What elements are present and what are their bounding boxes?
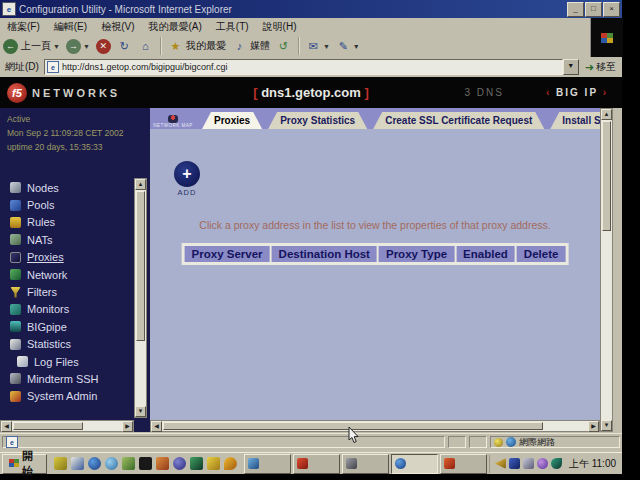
scroll-up-icon[interactable]: ▲: [135, 179, 146, 190]
menu-file[interactable]: 檔案(F): [7, 20, 40, 34]
tray-icon[interactable]: [537, 458, 548, 469]
taskbar-window-button[interactable]: [440, 454, 487, 474]
home-icon: ⌂: [138, 39, 153, 54]
history-button[interactable]: ↺: [276, 39, 291, 54]
log-files-icon: [17, 356, 28, 367]
tray-icon[interactable]: [509, 458, 520, 469]
address-input[interactable]: e http://dns1.getop.com/bigipgui/bigconf…: [44, 59, 563, 75]
address-bar: 網址(D) e http://dns1.getop.com/bigipgui/b…: [0, 57, 622, 78]
address-dropdown-icon[interactable]: ▼: [563, 59, 579, 75]
tab-proxy-statistics[interactable]: Proxy Statistics: [268, 112, 367, 129]
screenshot-root: e Configuration Utility - Microsoft Inte…: [0, 0, 640, 480]
quicklaunch-icon[interactable]: [224, 457, 237, 470]
sidebar-item-log-files[interactable]: Log Files: [17, 353, 99, 370]
forward-button[interactable]: → ▼: [66, 39, 90, 54]
desktop: e Configuration Utility - Microsoft Inte…: [0, 0, 622, 474]
scroll-thumb[interactable]: [602, 121, 611, 231]
menu-edit[interactable]: 編輯(E): [54, 20, 87, 34]
sidebar-item-rules[interactable]: Rules: [10, 214, 99, 231]
forward-dropdown-icon[interactable]: ▼: [83, 43, 90, 50]
sidebar-item-statistics[interactable]: Statistics: [10, 336, 99, 353]
sidebar-item-bigpipe[interactable]: BIGpipe: [10, 318, 99, 335]
sidebar-item-monitors[interactable]: Monitors: [10, 301, 99, 318]
sidebar-item-mindterm-ssh[interactable]: Mindterm SSH: [10, 370, 99, 387]
edit-dropdown-icon[interactable]: ▼: [353, 43, 360, 50]
menu-view[interactable]: 檢視(V): [101, 20, 134, 34]
scroll-thumb[interactable]: [136, 191, 145, 341]
history-icon: ↺: [276, 39, 291, 54]
pools-icon: [10, 200, 21, 211]
add-proxy-button[interactable]: +: [174, 161, 200, 187]
sidebar: Active Mon Sep 2 11:09:28 CET 2002 uptim…: [0, 108, 150, 432]
content-horizontal-scrollbar[interactable]: ◀ ▶: [150, 420, 600, 432]
quicklaunch-icon[interactable]: [71, 457, 84, 470]
quicklaunch-icon[interactable]: [105, 457, 118, 470]
stop-button[interactable]: ✕: [96, 39, 111, 54]
mail-button[interactable]: ✉ ▼: [306, 39, 330, 54]
link-bigip[interactable]: ‹ BIG IP ›: [546, 87, 608, 98]
home-button[interactable]: ⌂: [138, 39, 153, 54]
start-button[interactable]: 開始: [2, 454, 47, 474]
col-proxy-server: Proxy Server: [185, 246, 270, 262]
status-panel: [469, 436, 487, 448]
taskbar-window-button[interactable]: [244, 454, 291, 474]
back-dropdown-icon[interactable]: ▼: [53, 43, 60, 50]
edit-button[interactable]: ✎ ▼: [336, 39, 360, 54]
taskbar-window-button[interactable]: [342, 454, 389, 474]
stop-icon: ✕: [96, 39, 111, 54]
sidebar-vertical-scrollbar[interactable]: ▲ ▼: [134, 178, 147, 418]
tab-install-ssl-certificate[interactable]: Install SSL Certif: [550, 112, 600, 129]
tray-icon[interactable]: [495, 458, 506, 469]
tab-proxies[interactable]: Proxies: [202, 112, 262, 129]
refresh-icon: ↻: [117, 39, 132, 54]
tab-create-ssl-certificate-request[interactable]: Create SSL Certificate Request: [373, 112, 544, 129]
close-button[interactable]: ×: [603, 2, 620, 17]
scroll-left-icon[interactable]: ◀: [1, 421, 12, 432]
sidebar-item-filters[interactable]: Filters: [10, 283, 99, 300]
sidebar-item-system-admin[interactable]: System Admin: [10, 388, 99, 405]
minimize-button[interactable]: _: [567, 2, 584, 17]
media-button[interactable]: ♪ 媒體: [232, 39, 270, 54]
menu-tools[interactable]: 工具(T): [216, 20, 249, 34]
quicklaunch-icon[interactable]: [156, 457, 169, 470]
network-map-icon: [168, 115, 178, 123]
scroll-down-icon[interactable]: ▼: [135, 406, 146, 417]
quicklaunch-icon[interactable]: [207, 457, 220, 470]
scroll-up-icon[interactable]: ▲: [601, 109, 612, 120]
tray-icon[interactable]: [523, 458, 534, 469]
mail-dropdown-icon[interactable]: ▼: [323, 43, 330, 50]
quicklaunch-icon[interactable]: [88, 457, 101, 470]
scroll-right-icon[interactable]: ▶: [588, 421, 599, 432]
content-vertical-scrollbar[interactable]: ▲ ▼: [600, 108, 613, 432]
maximize-button[interactable]: □: [585, 2, 602, 17]
menu-favorites[interactable]: 我的最愛(A): [148, 20, 201, 34]
ie-window-icon: e: [2, 2, 16, 16]
scroll-left-icon[interactable]: ◀: [151, 421, 162, 432]
sidebar-item-nats[interactable]: NATs: [10, 231, 99, 248]
sidebar-item-network[interactable]: Network: [10, 266, 99, 283]
refresh-button[interactable]: ↻: [117, 39, 132, 54]
link-3dns[interactable]: 3 DNS: [464, 87, 503, 98]
proxy-table: Proxy Server Destination Host Proxy Type…: [182, 243, 569, 265]
taskbar-window-button[interactable]: [293, 454, 340, 474]
network-map-button[interactable]: NETWORK MAP: [150, 108, 196, 129]
scroll-thumb[interactable]: [13, 422, 83, 430]
sidebar-item-proxies[interactable]: Proxies: [10, 249, 99, 266]
sidebar-horizontal-scrollbar[interactable]: ◀ ▶: [0, 420, 134, 432]
sidebar-item-nodes[interactable]: Nodes: [10, 179, 99, 196]
menu-help[interactable]: 說明(H): [263, 20, 297, 34]
sidebar-item-pools[interactable]: Pools: [10, 196, 99, 213]
quicklaunch-icon[interactable]: [173, 457, 186, 470]
favorites-button[interactable]: ★ 我的最愛: [168, 39, 226, 54]
tray-icon[interactable]: [551, 458, 562, 469]
quicklaunch-icon[interactable]: [122, 457, 135, 470]
go-button[interactable]: ➜ 移至: [585, 60, 616, 74]
quicklaunch-icon[interactable]: [54, 457, 67, 470]
quicklaunch-icon[interactable]: [190, 457, 203, 470]
scroll-down-icon[interactable]: ▼: [601, 420, 612, 431]
scroll-right-icon[interactable]: ▶: [122, 421, 133, 432]
back-button[interactable]: ← 上一頁 ▼: [3, 39, 60, 54]
taskbar-window-button-active[interactable]: [391, 454, 438, 474]
status-panel: [448, 436, 466, 448]
quicklaunch-icon[interactable]: [139, 457, 152, 470]
